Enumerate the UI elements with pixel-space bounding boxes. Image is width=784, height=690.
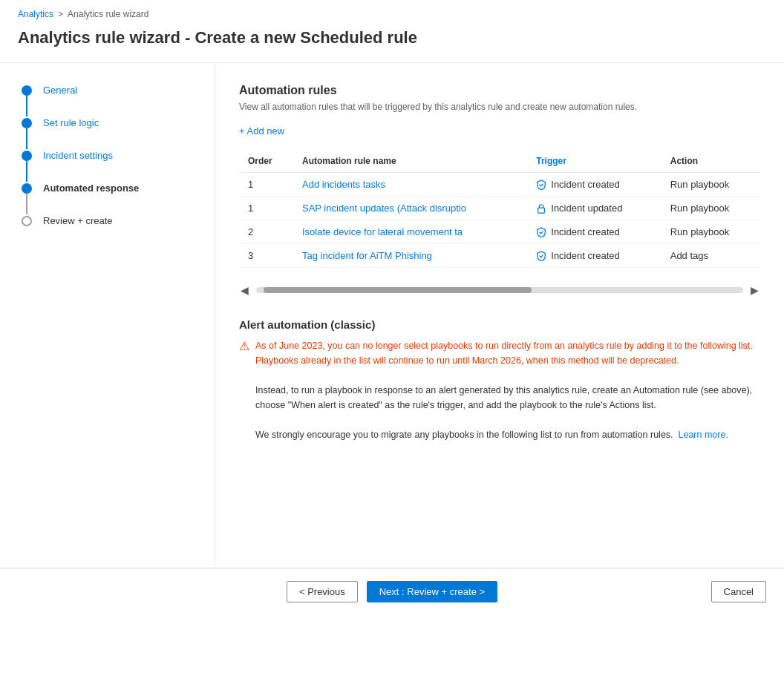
svg-rect-0 xyxy=(538,208,545,213)
add-new-button[interactable]: + Add new xyxy=(239,122,284,139)
table-row: 1 Add incidents tasks Incident created R… xyxy=(239,173,760,197)
learn-more-link[interactable]: Learn more. xyxy=(679,430,728,440)
cell-action: Add tags xyxy=(662,244,760,268)
alert-content: As of June 2023, you can no longer selec… xyxy=(255,338,760,442)
table-row: 3 Tag incident for AiTM Phishing Inciden… xyxy=(239,244,760,268)
cell-name: SAP incident updates (Attack disruptio xyxy=(293,197,527,220)
warning-text-2: Instead, to run a playbook in response t… xyxy=(255,385,752,410)
rule-name-link[interactable]: SAP incident updates (Attack disruptio xyxy=(302,203,466,214)
sidebar: General Set rule logic Incident settings xyxy=(0,63,215,568)
footer-bar: < Previous Next : Review + create > Canc… xyxy=(0,568,784,614)
page-title: Analytics rule wizard - Create a new Sch… xyxy=(0,22,784,62)
next-button[interactable]: Next : Review + create > xyxy=(367,581,497,602)
col-order: Order xyxy=(239,150,293,173)
cell-trigger: Incident created xyxy=(527,244,661,268)
sidebar-item-set-rule-logic[interactable]: Set rule logic xyxy=(43,116,99,149)
cell-name: Tag incident for AiTM Phishing xyxy=(293,244,527,268)
warning-text-3: We strongly encourage you to migrate any… xyxy=(255,430,673,440)
step-dot-general xyxy=(22,85,32,96)
cell-trigger: Incident updated xyxy=(527,197,661,220)
col-action: Action xyxy=(662,150,760,173)
cell-action: Run playbook xyxy=(662,220,760,244)
alert-automation-title: Alert automation (classic) xyxy=(239,318,760,331)
trigger-label: Incident created xyxy=(551,226,620,237)
step-dot-set-rule-logic xyxy=(22,118,32,128)
scroll-left-arrow[interactable]: ◀ xyxy=(239,283,250,298)
content-area: Automation rules View all automation rul… xyxy=(215,63,784,568)
cell-name: Add incidents tasks xyxy=(293,173,527,197)
scroll-right-arrow[interactable]: ▶ xyxy=(749,283,760,298)
trigger-label: Incident created xyxy=(551,250,620,261)
trigger-label: Incident updated xyxy=(551,203,622,214)
step-incident-settings: Incident settings xyxy=(18,149,197,182)
step-automated-response: Automated response xyxy=(18,182,197,214)
cell-order: 3 xyxy=(239,244,293,268)
table-row: 1 SAP incident updates (Attack disruptio… xyxy=(239,197,760,220)
cell-name: Isolate device for lateral movement ta xyxy=(293,220,527,244)
cell-action: Run playbook xyxy=(662,197,760,220)
cancel-button[interactable]: Cancel xyxy=(711,581,766,602)
step-general: General xyxy=(18,84,197,116)
scroll-thumb xyxy=(264,287,532,293)
col-name: Automation rule name xyxy=(293,150,527,173)
step-line-3 xyxy=(26,161,27,182)
rule-name-link[interactable]: Add incidents tasks xyxy=(302,179,385,190)
step-dot-incident-settings xyxy=(22,151,32,161)
scroll-track[interactable] xyxy=(256,287,743,293)
automation-rules-table: Order Automation rule name Trigger Actio… xyxy=(239,150,760,268)
breadcrumb: Analytics > Analytics rule wizard xyxy=(0,0,784,22)
step-dot-automated-response xyxy=(22,183,32,194)
alert-automation-box: ⚠ As of June 2023, you can no longer sel… xyxy=(239,338,760,442)
automation-rules-desc: View all automation rules that will be t… xyxy=(239,102,760,112)
table-scrollbar[interactable]: ◀ ▶ xyxy=(239,283,760,298)
warning-icon: ⚠ xyxy=(239,339,249,442)
cell-trigger: Incident created xyxy=(527,220,661,244)
col-trigger: Trigger xyxy=(527,150,661,173)
breadcrumb-current: Analytics rule wizard xyxy=(68,9,148,19)
step-line-2 xyxy=(26,128,27,149)
automation-rules-title: Automation rules xyxy=(239,84,760,97)
step-line-4 xyxy=(26,194,27,214)
sidebar-item-general[interactable]: General xyxy=(43,84,77,116)
warning-text-1: As of June 2023, you can no longer selec… xyxy=(255,341,753,366)
table-row: 2 Isolate device for lateral movement ta… xyxy=(239,220,760,244)
step-line-1 xyxy=(26,96,27,116)
step-set-rule-logic: Set rule logic xyxy=(18,116,197,149)
sidebar-item-incident-settings[interactable]: Incident settings xyxy=(43,149,113,182)
breadcrumb-analytics[interactable]: Analytics xyxy=(18,9,53,19)
cell-order: 1 xyxy=(239,173,293,197)
rule-name-link[interactable]: Tag incident for AiTM Phishing xyxy=(302,250,432,261)
cell-order: 2 xyxy=(239,220,293,244)
cell-order: 1 xyxy=(239,197,293,220)
previous-button[interactable]: < Previous xyxy=(287,581,358,602)
sidebar-item-automated-response: Automated response xyxy=(43,182,139,214)
rule-name-link[interactable]: Isolate device for lateral movement ta xyxy=(302,226,463,237)
trigger-label: Incident created xyxy=(551,179,620,190)
step-review-create: Review + create xyxy=(18,214,197,247)
cell-action: Run playbook xyxy=(662,173,760,197)
main-layout: General Set rule logic Incident settings xyxy=(0,63,784,568)
step-dot-review-create xyxy=(22,216,32,226)
sidebar-item-review-create: Review + create xyxy=(43,214,113,247)
breadcrumb-separator: > xyxy=(58,9,63,19)
cell-trigger: Incident created xyxy=(527,173,661,197)
